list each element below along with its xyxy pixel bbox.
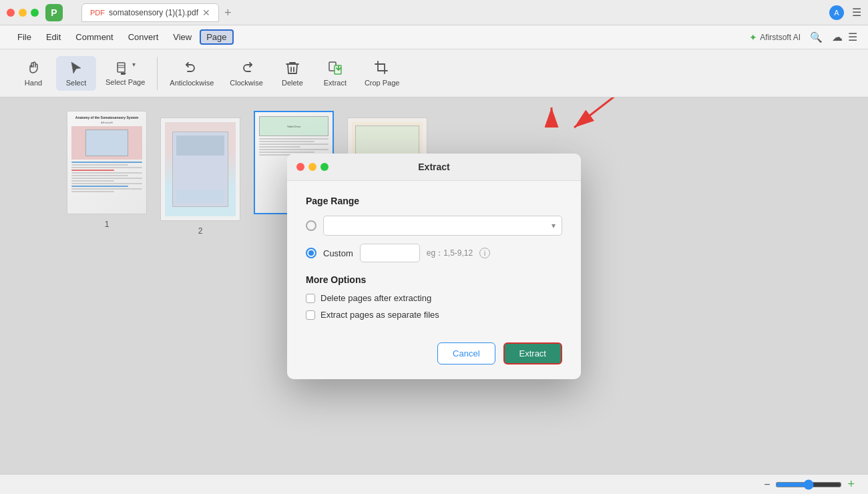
radio-dropdown[interactable]: [306, 220, 316, 231]
page-range-label: Page Range: [306, 196, 562, 206]
dropdown-wrap: ▾: [323, 216, 562, 236]
page-range-row: ▾: [306, 216, 562, 236]
cancel-button[interactable]: Cancel: [437, 342, 495, 364]
checkbox-delete-label: Delete pages after extracting: [320, 293, 431, 303]
modal-title: Extract: [418, 162, 449, 172]
modal-body: Page Range ▾ Custom eg：1,5-9,12: [287, 181, 581, 342]
modal-backdrop: Extract Page Range ▾ Custom: [0, 0, 868, 494]
modal-footer: Cancel Extract: [287, 342, 581, 379]
checkbox-row-1: Delete pages after extracting: [306, 293, 562, 303]
custom-row: Custom eg：1,5-9,12 i: [306, 244, 562, 262]
radio-dot: [308, 250, 314, 256]
custom-range-input[interactable]: [360, 244, 420, 262]
checkbox-separate-label: Extract pages as separate files: [320, 310, 439, 320]
page-range-dropdown[interactable]: [323, 216, 562, 236]
custom-label: Custom: [323, 248, 353, 258]
checkbox-row-2: Extract pages as separate files: [306, 310, 562, 320]
extract-button[interactable]: Extract: [503, 342, 562, 364]
modal-traffic-lights: [296, 163, 329, 171]
modal-maximize-button[interactable]: [320, 163, 329, 171]
eg-text: eg：1,5-9,12: [427, 248, 473, 259]
modal-minimize-button[interactable]: [308, 163, 316, 171]
radio-custom[interactable]: [306, 248, 316, 258]
checkbox-delete-pages[interactable]: [306, 294, 315, 303]
modal-title-bar: Extract: [287, 154, 581, 181]
checkbox-separate-files[interactable]: [306, 310, 315, 320]
info-icon[interactable]: i: [479, 248, 490, 258]
extract-modal: Extract Page Range ▾ Custom: [287, 154, 581, 379]
more-options-label: More Options: [306, 274, 562, 285]
modal-close-button[interactable]: [296, 163, 304, 171]
